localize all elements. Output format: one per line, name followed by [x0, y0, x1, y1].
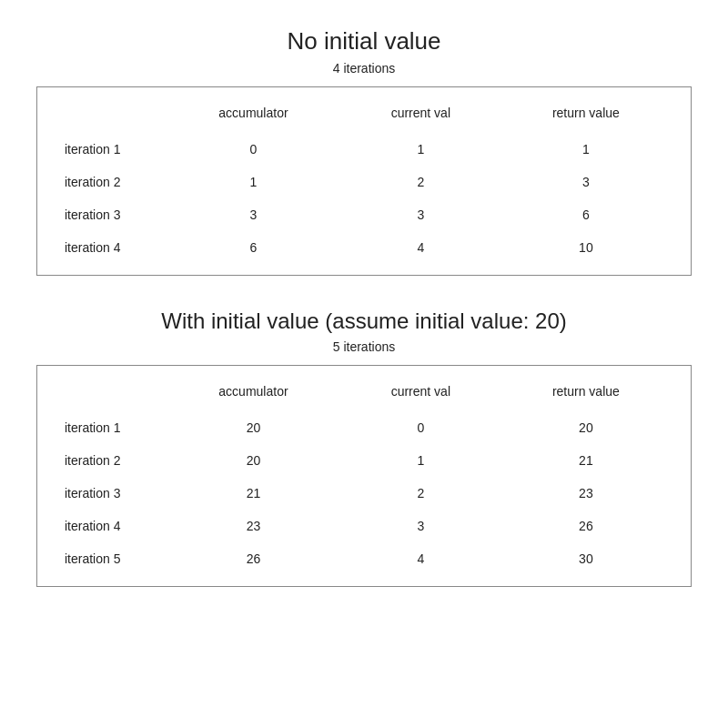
section1-col-header-return-value: return value	[500, 98, 672, 133]
section1-table-wrapper: accumulator current val return value ite…	[36, 86, 692, 276]
section1-col-header-current-val: current val	[342, 98, 500, 133]
row-label: iteration 1	[56, 133, 165, 166]
row-label: iteration 2	[56, 444, 165, 477]
table-row: iteration 5 26 4 30	[56, 542, 672, 575]
row-label: iteration 5	[56, 542, 165, 575]
accumulator-cell: 0	[165, 133, 342, 166]
return-value-cell: 21	[500, 444, 672, 477]
table-row: iteration 1 20 0 20	[56, 411, 672, 444]
return-value-cell: 23	[500, 477, 672, 510]
row-label: iteration 3	[56, 198, 165, 231]
accumulator-cell: 3	[165, 198, 342, 231]
table-row: iteration 2 1 2 3	[56, 166, 672, 198]
section2-col-header-accumulator: accumulator	[165, 377, 342, 411]
table-row: iteration 4 23 3 26	[56, 510, 672, 542]
row-label: iteration 4	[56, 231, 165, 264]
current-val-cell: 2	[342, 166, 500, 198]
section1-col-header-accumulator: accumulator	[165, 98, 342, 133]
table-row: iteration 4 6 4 10	[56, 231, 672, 264]
section2-col-header-return-value: return value	[500, 377, 672, 411]
section1-title: No initial value	[36, 27, 692, 56]
row-label: iteration 3	[56, 477, 165, 510]
current-val-cell: 3	[342, 510, 500, 542]
return-value-cell: 26	[500, 510, 672, 542]
accumulator-cell: 26	[165, 542, 342, 575]
section2-header-row: accumulator current val return value	[56, 377, 672, 411]
current-val-cell: 3	[342, 198, 500, 231]
row-label: iteration 2	[56, 166, 165, 198]
table-row: iteration 3 3 3 6	[56, 198, 672, 231]
return-value-cell: 1	[500, 133, 672, 166]
accumulator-cell: 6	[165, 231, 342, 264]
accumulator-cell: 21	[165, 477, 342, 510]
section1-col-header-empty	[56, 98, 165, 133]
section1-table: accumulator current val return value ite…	[56, 98, 672, 264]
section2-table: accumulator current val return value ite…	[56, 377, 672, 575]
section2-table-wrapper: accumulator current val return value ite…	[36, 365, 692, 587]
accumulator-cell: 23	[165, 510, 342, 542]
accumulator-cell: 1	[165, 166, 342, 198]
section1-iterations-label: 4 iterations	[36, 61, 692, 76]
row-label: iteration 4	[56, 510, 165, 542]
current-val-cell: 1	[342, 133, 500, 166]
return-value-cell: 20	[500, 411, 672, 444]
current-val-cell: 2	[342, 477, 500, 510]
section2-iterations-label: 5 iterations	[36, 339, 692, 354]
return-value-cell: 10	[500, 231, 672, 264]
section2-title: With initial value (assume initial value…	[36, 308, 692, 334]
table-row: iteration 3 21 2 23	[56, 477, 672, 510]
row-label: iteration 1	[56, 411, 165, 444]
accumulator-cell: 20	[165, 444, 342, 477]
section2-col-header-empty	[56, 377, 165, 411]
return-value-cell: 6	[500, 198, 672, 231]
current-val-cell: 1	[342, 444, 500, 477]
current-val-cell: 0	[342, 411, 500, 444]
section1-header-row: accumulator current val return value	[56, 98, 672, 133]
accumulator-cell: 20	[165, 411, 342, 444]
section2-col-header-current-val: current val	[342, 377, 500, 411]
current-val-cell: 4	[342, 542, 500, 575]
current-val-cell: 4	[342, 231, 500, 264]
return-value-cell: 3	[500, 166, 672, 198]
return-value-cell: 30	[500, 542, 672, 575]
table-row: iteration 2 20 1 21	[56, 444, 672, 477]
table-row: iteration 1 0 1 1	[56, 133, 672, 166]
